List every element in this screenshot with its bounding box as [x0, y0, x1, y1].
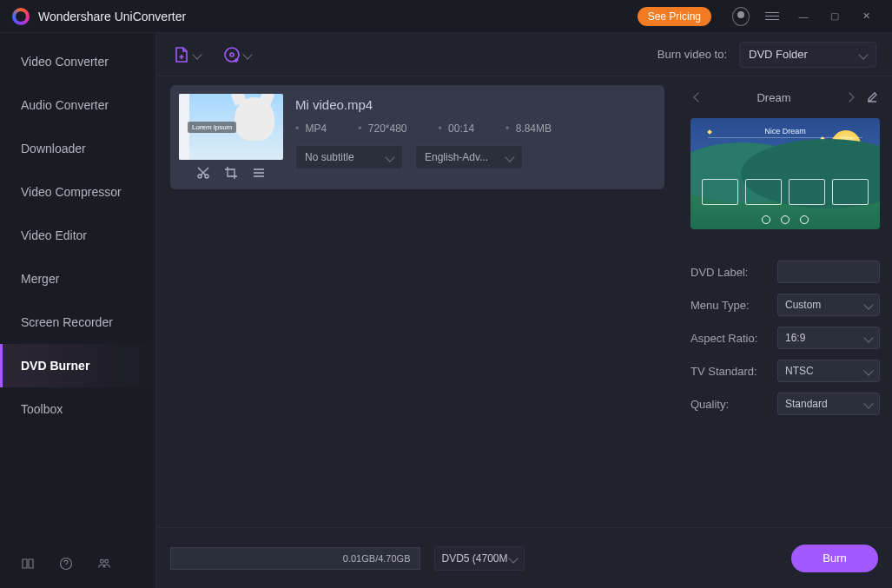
main: Burn video to: DVD Folder Lorem ipsum	[156, 33, 892, 588]
tv-standard-value: NTSC	[785, 365, 814, 377]
minimize-button[interactable]: —	[795, 8, 812, 25]
see-pricing-button[interactable]: See Pricing	[638, 7, 711, 26]
chevron-down-icon	[863, 399, 873, 408]
burn-to-label: Burn video to:	[657, 48, 727, 61]
add-file-button[interactable]	[172, 40, 202, 69]
menu-type-label: Menu Type:	[690, 299, 750, 312]
chevron-down-icon	[192, 50, 202, 59]
file-meta: MP4 720*480 00:14 8.84MB	[295, 122, 652, 135]
sidebar-item-toolbox[interactable]: Toolbox	[0, 387, 155, 431]
capacity-progress: 0.01GB/4.70GB	[170, 547, 420, 570]
file-card[interactable]: Lorem ipsum	[170, 85, 664, 189]
chevron-down-icon	[505, 152, 514, 162]
sidebar-item-label: Downloader	[21, 142, 86, 155]
account-button[interactable]	[732, 8, 750, 25]
burn-button[interactable]: Burn	[791, 545, 878, 572]
quality-value: Standard	[785, 398, 828, 410]
trim-button[interactable]	[195, 165, 211, 181]
subtitle-select[interactable]: No subtitle	[295, 145, 403, 169]
menu-button[interactable]	[763, 8, 781, 25]
sidebar-item-label: Video Converter	[21, 55, 109, 69]
menu-type-value: Custom	[785, 299, 821, 311]
file-size: 8.84MB	[505, 122, 552, 135]
chevron-down-icon	[863, 300, 873, 309]
sidebar-item-dvd-burner[interactable]: DVD Burner	[0, 344, 155, 387]
sidebar-item-label: Video Compressor	[21, 185, 122, 199]
user-avatar-icon	[732, 7, 750, 26]
aspect-ratio-select[interactable]: 16:9	[777, 327, 880, 349]
dvd-label-label: DVD Label:	[690, 266, 748, 279]
hamburger-icon	[765, 12, 779, 20]
svg-point-5	[198, 175, 202, 178]
aspect-ratio-value: 16:9	[785, 332, 805, 344]
tv-standard-select[interactable]: NTSC	[777, 360, 880, 382]
sidebar-item-video-editor[interactable]: Video Editor	[0, 214, 155, 257]
next-template-button[interactable]	[842, 89, 857, 105]
app-logo-icon	[12, 8, 30, 25]
capacity-text: 0.01GB/4.70GB	[343, 553, 411, 564]
quality-label: Quality:	[690, 398, 729, 411]
chevron-down-icon	[858, 50, 868, 59]
chevron-down-icon	[863, 366, 873, 375]
prev-template-button[interactable]	[690, 89, 706, 105]
disc-type-select[interactable]: DVD5 (4700M	[434, 546, 525, 571]
dvd-label-input[interactable]	[777, 261, 880, 283]
edit-template-button[interactable]	[864, 89, 880, 105]
sidebar-item-label: Screen Recorder	[21, 315, 113, 329]
burn-target-value: DVD Folder	[749, 48, 808, 61]
audio-value: English-Adv...	[425, 151, 488, 163]
svg-point-1	[100, 559, 103, 563]
sidebar-item-label: Toolbox	[21, 402, 63, 416]
audio-track-select[interactable]: English-Adv...	[415, 145, 523, 169]
sidebar-item-video-compressor[interactable]: Video Compressor	[0, 170, 155, 214]
help-icon[interactable]	[59, 557, 73, 571]
guide-icon[interactable]	[21, 557, 35, 571]
template-name: Dream	[706, 91, 842, 104]
file-duration: 00:14	[439, 122, 475, 135]
sidebar-item-label: Merger	[21, 272, 59, 286]
sidebar-item-downloader[interactable]: Downloader	[0, 127, 155, 170]
template-preview[interactable]: Nice Dream	[690, 118, 880, 229]
chevron-left-icon	[693, 92, 703, 102]
svg-point-6	[205, 175, 208, 178]
sidebar-item-audio-converter[interactable]: Audio Converter	[0, 83, 155, 127]
chevron-down-icon	[242, 50, 252, 59]
thumb-banner: Lorem ipsum	[188, 122, 236, 133]
tv-standard-label: TV Standard:	[690, 365, 757, 378]
sidebar-item-screen-recorder[interactable]: Screen Recorder	[0, 301, 155, 344]
titlebar: Wondershare UniConverter See Pricing — ▢…	[0, 0, 892, 33]
community-icon[interactable]	[97, 557, 111, 571]
chevron-down-icon	[508, 553, 518, 563]
bottom-bar: 0.01GB/4.70GB DVD5 (4700M Burn	[156, 527, 892, 588]
sidebar-item-label: Video Editor	[21, 228, 87, 242]
file-name: Mi video.mp4	[295, 97, 652, 112]
menu-type-select[interactable]: Custom	[777, 294, 880, 316]
chevron-down-icon	[385, 152, 394, 162]
svg-point-2	[105, 559, 109, 563]
crop-button[interactable]	[223, 165, 239, 181]
topstrip: Burn video to: DVD Folder	[156, 33, 892, 76]
template-caption: Nice Dream	[690, 127, 880, 135]
load-disc-button[interactable]	[222, 40, 252, 69]
sidebar: Video Converter Audio Converter Download…	[0, 33, 156, 588]
sidebar-item-label: DVD Burner	[21, 359, 89, 373]
file-resolution: 720*480	[358, 122, 406, 135]
chevron-right-icon	[844, 92, 854, 102]
app-title: Wondershare UniConverter	[38, 10, 186, 23]
effects-button[interactable]	[251, 165, 267, 181]
video-thumbnail[interactable]: Lorem ipsum	[179, 94, 283, 160]
disc-type-value: DVD5 (4700M	[442, 552, 508, 565]
svg-point-4	[230, 53, 234, 56]
quality-select[interactable]: Standard	[777, 393, 880, 415]
maximize-button[interactable]: ▢	[826, 8, 843, 25]
file-list: Lorem ipsum	[156, 76, 678, 527]
aspect-ratio-label: Aspect Ratio:	[690, 332, 757, 345]
chevron-down-icon	[863, 333, 873, 342]
right-panel: Dream Nice D	[678, 76, 892, 527]
subtitle-value: No subtitle	[305, 151, 354, 163]
close-button[interactable]: ✕	[857, 8, 875, 25]
burn-target-select[interactable]: DVD Folder	[739, 42, 876, 68]
sidebar-item-video-converter[interactable]: Video Converter	[0, 40, 155, 83]
sidebar-item-label: Audio Converter	[21, 98, 109, 112]
sidebar-item-merger[interactable]: Merger	[0, 257, 155, 301]
